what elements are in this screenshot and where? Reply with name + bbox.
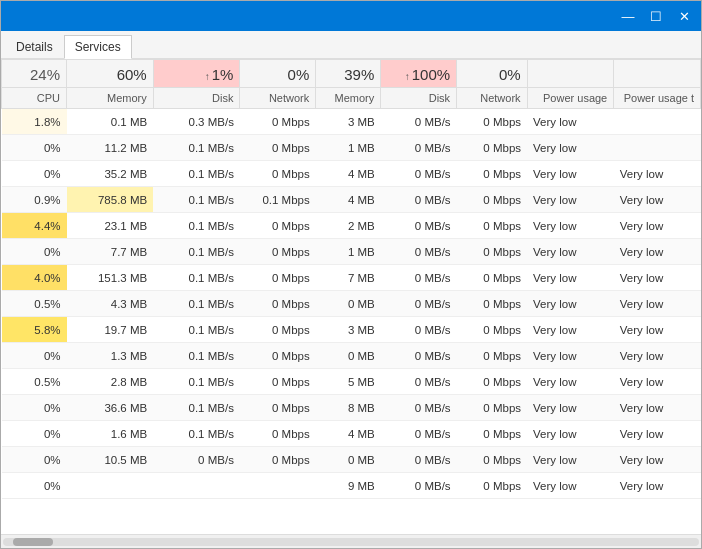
disk2-sub-label[interactable]: Disk bbox=[381, 88, 457, 109]
table-cell: 8 MB bbox=[316, 395, 381, 421]
table-cell: 0 MB bbox=[316, 291, 381, 317]
table-cell: Very low bbox=[614, 343, 701, 369]
memory2-header[interactable]: 39% bbox=[316, 60, 381, 88]
table-cell: 0 MB/s bbox=[381, 369, 457, 395]
tab-details[interactable]: Details bbox=[5, 35, 64, 58]
table-cell: Very low bbox=[614, 395, 701, 421]
minimize-button[interactable]: — bbox=[615, 5, 641, 27]
table-cell: 1 MB bbox=[316, 239, 381, 265]
disk2-header[interactable]: ↑100% bbox=[381, 60, 457, 88]
memory-header[interactable]: 60% bbox=[67, 60, 154, 88]
table-row[interactable]: 4.0%151.3 MB0.1 MB/s0 Mbps7 MB0 MB/s0 Mb… bbox=[2, 265, 701, 291]
table-row[interactable]: 4.4%23.1 MB0.1 MB/s0 Mbps2 MB0 MB/s0 Mbp… bbox=[2, 213, 701, 239]
table-cell: Very low bbox=[527, 161, 614, 187]
table-cell: 0.1 MB/s bbox=[153, 369, 240, 395]
table-cell: Very low bbox=[614, 291, 701, 317]
table-cell: 1 MB bbox=[316, 135, 381, 161]
tab-bar: Details Services bbox=[1, 31, 701, 59]
table-cell: 0.3 MB/s bbox=[153, 109, 240, 135]
cpu-sub-label[interactable]: CPU bbox=[2, 88, 67, 109]
table-cell: Very low bbox=[527, 265, 614, 291]
table-cell: 3 MB bbox=[316, 317, 381, 343]
disk2-sort-icon: ↑ bbox=[405, 71, 410, 82]
scrollbar-track bbox=[3, 538, 699, 546]
table-row[interactable]: 1.8%0.1 MB0.3 MB/s0 Mbps3 MB0 MB/s0 Mbps… bbox=[2, 109, 701, 135]
disk-sub-label[interactable]: Disk bbox=[153, 88, 240, 109]
table-row[interactable]: 0%1.6 MB0.1 MB/s0 Mbps4 MB0 MB/s0 MbpsVe… bbox=[2, 421, 701, 447]
table-cell: 0.9% bbox=[2, 187, 67, 213]
table-cell: 0 MB/s bbox=[381, 317, 457, 343]
table-cell: Very low bbox=[614, 161, 701, 187]
power2-sub-label[interactable]: Power usage t bbox=[614, 88, 701, 109]
table-row[interactable]: 0%11.2 MB0.1 MB/s0 Mbps1 MB0 MB/s0 MbpsV… bbox=[2, 135, 701, 161]
table-row[interactable]: 0.9%785.8 MB0.1 MB/s0.1 Mbps4 MB0 MB/s0 … bbox=[2, 187, 701, 213]
table-row[interactable]: 0%1.3 MB0.1 MB/s0 Mbps0 MB0 MB/s0 MbpsVe… bbox=[2, 343, 701, 369]
table-row[interactable]: 0.5%4.3 MB0.1 MB/s0 Mbps0 MB0 MB/s0 Mbps… bbox=[2, 291, 701, 317]
table-cell: Very low bbox=[527, 317, 614, 343]
table-cell: 0 Mbps bbox=[457, 265, 527, 291]
table-cell: 0 Mbps bbox=[457, 369, 527, 395]
table-cell: Very low bbox=[527, 369, 614, 395]
table-cell: 0 MB bbox=[316, 343, 381, 369]
table-cell: 0 Mbps bbox=[240, 343, 316, 369]
maximize-button[interactable]: ☐ bbox=[643, 5, 669, 27]
table-cell: Very low bbox=[614, 473, 701, 499]
table-cell: 0 Mbps bbox=[457, 135, 527, 161]
horizontal-scrollbar[interactable] bbox=[1, 534, 701, 548]
table-cell: 0 Mbps bbox=[240, 213, 316, 239]
table-cell: Very low bbox=[527, 343, 614, 369]
table-cell: 10.5 MB bbox=[67, 447, 154, 473]
table-cell: 4 MB bbox=[316, 421, 381, 447]
table-cell: 0 Mbps bbox=[240, 161, 316, 187]
table-cell: 35.2 MB bbox=[67, 161, 154, 187]
table-cell: Very low bbox=[614, 421, 701, 447]
table-cell: 5 MB bbox=[316, 369, 381, 395]
power-header[interactable] bbox=[527, 60, 614, 88]
scrollbar-thumb[interactable] bbox=[13, 538, 53, 546]
table-body: 1.8%0.1 MB0.3 MB/s0 Mbps3 MB0 MB/s0 Mbps… bbox=[2, 109, 701, 499]
net-sub-label[interactable]: Network bbox=[240, 88, 316, 109]
table-cell: 0 MB/s bbox=[381, 161, 457, 187]
table-cell: 1.8% bbox=[2, 109, 67, 135]
table-row[interactable]: 0%36.6 MB0.1 MB/s0 Mbps8 MB0 MB/s0 MbpsV… bbox=[2, 395, 701, 421]
main-window: — ☐ ✕ Details Services 24% 60% bbox=[0, 0, 702, 549]
cpu-header[interactable]: 24% bbox=[2, 60, 67, 88]
net2-sub-label[interactable]: Network bbox=[457, 88, 527, 109]
table-cell: Very low bbox=[614, 265, 701, 291]
table-cell: 4.0% bbox=[2, 265, 67, 291]
table-cell: Very low bbox=[527, 187, 614, 213]
table-cell: Very low bbox=[614, 187, 701, 213]
table-cell: 0 Mbps bbox=[457, 421, 527, 447]
power-sub-label[interactable]: Power usage bbox=[527, 88, 614, 109]
table-cell: 0 Mbps bbox=[457, 473, 527, 499]
network2-header[interactable]: 0% bbox=[457, 60, 527, 88]
table-cell: 0.1 MB/s bbox=[153, 265, 240, 291]
table-cell: 0 Mbps bbox=[457, 161, 527, 187]
table-cell: Very low bbox=[527, 473, 614, 499]
table-cell: 0 Mbps bbox=[240, 265, 316, 291]
power2-header[interactable] bbox=[614, 60, 701, 88]
tab-services[interactable]: Services bbox=[64, 35, 132, 59]
table-cell: 0 MB/s bbox=[381, 447, 457, 473]
table-row[interactable]: 0.5%2.8 MB0.1 MB/s0 Mbps5 MB0 MB/s0 Mbps… bbox=[2, 369, 701, 395]
table-cell: 0.1 MB/s bbox=[153, 395, 240, 421]
table-row[interactable]: 0%9 MB0 MB/s0 MbpsVery lowVery low bbox=[2, 473, 701, 499]
table-cell: 0 Mbps bbox=[457, 343, 527, 369]
table-cell: 0.5% bbox=[2, 369, 67, 395]
table-cell: 0 Mbps bbox=[457, 447, 527, 473]
mem-sub-label[interactable]: Memory bbox=[67, 88, 154, 109]
table-row[interactable]: 0%35.2 MB0.1 MB/s0 Mbps4 MB0 MB/s0 MbpsV… bbox=[2, 161, 701, 187]
table-cell: 0% bbox=[2, 161, 67, 187]
table-cell: 1.3 MB bbox=[67, 343, 154, 369]
table-wrapper[interactable]: 24% 60% ↑1% 0% 39% bbox=[1, 59, 701, 534]
network-header[interactable]: 0% bbox=[240, 60, 316, 88]
table-row[interactable]: 5.8%19.7 MB0.1 MB/s0 Mbps3 MB0 MB/s0 Mbp… bbox=[2, 317, 701, 343]
table-cell: 0 Mbps bbox=[457, 317, 527, 343]
mem2-sub-label[interactable]: Memory bbox=[316, 88, 381, 109]
table-cell: 0 Mbps bbox=[457, 109, 527, 135]
table-cell: Very low bbox=[614, 213, 701, 239]
disk-header[interactable]: ↑1% bbox=[153, 60, 240, 88]
table-row[interactable]: 0%10.5 MB0 MB/s0 Mbps0 MB0 MB/s0 MbpsVer… bbox=[2, 447, 701, 473]
close-button[interactable]: ✕ bbox=[671, 5, 697, 27]
table-row[interactable]: 0%7.7 MB0.1 MB/s0 Mbps1 MB0 MB/s0 MbpsVe… bbox=[2, 239, 701, 265]
